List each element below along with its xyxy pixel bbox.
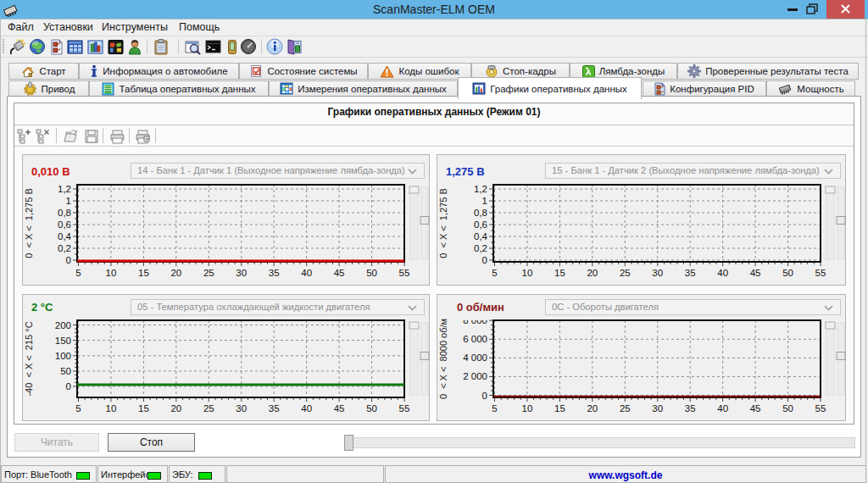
svg-text:0 < X < 1,275 В: 0 < X < 1,275 В: [438, 188, 448, 258]
svg-text:35: 35: [685, 403, 696, 414]
svg-text:50: 50: [782, 268, 793, 278]
svg-text:0,6: 0,6: [58, 219, 71, 230]
svg-text:6 000: 6 000: [463, 334, 487, 344]
svg-text:50: 50: [782, 403, 793, 414]
svg-text:55: 55: [815, 268, 826, 278]
svg-text:50: 50: [60, 366, 71, 376]
svg-text:0,2: 0,2: [58, 243, 71, 253]
svg-text:30: 30: [236, 268, 247, 278]
svg-text:10: 10: [522, 268, 533, 278]
svg-text:35: 35: [269, 268, 280, 278]
svg-text:200: 200: [55, 320, 71, 330]
svg-text:35: 35: [685, 268, 696, 278]
svg-text:35: 35: [269, 403, 280, 414]
svg-text:0 < X < 8000 об/м: 0 < X < 8000 об/м: [438, 319, 448, 399]
svg-text:1: 1: [482, 196, 487, 206]
svg-text:0,8: 0,8: [58, 208, 71, 218]
svg-text:2 000: 2 000: [463, 371, 487, 381]
svg-text:1,2: 1,2: [474, 184, 487, 194]
svg-text:40: 40: [301, 268, 312, 278]
svg-text:0,4: 0,4: [58, 231, 72, 242]
svg-text:0,6: 0,6: [474, 219, 487, 230]
svg-text:0,4: 0,4: [474, 231, 488, 242]
svg-text:0: 0: [482, 255, 487, 265]
svg-text:0: 0: [482, 391, 487, 401]
svg-text:25: 25: [203, 403, 214, 414]
svg-text:5: 5: [75, 268, 81, 278]
svg-text:10: 10: [106, 403, 117, 414]
svg-text:-40 < X < 215 °C: -40 < X < 215 °C: [24, 321, 34, 396]
svg-text:15: 15: [138, 268, 149, 278]
svg-text:25: 25: [620, 403, 631, 414]
svg-text:40: 40: [717, 268, 728, 278]
svg-text:30: 30: [236, 403, 247, 414]
svg-text:45: 45: [750, 268, 761, 278]
svg-text:55: 55: [399, 268, 410, 278]
svg-text:40: 40: [717, 403, 728, 414]
svg-text:45: 45: [750, 403, 761, 414]
svg-text:45: 45: [334, 403, 345, 414]
svg-text:0: 0: [66, 255, 71, 265]
svg-text:0 < X < 1,275 В: 0 < X < 1,275 В: [24, 188, 34, 258]
svg-text:50: 50: [366, 268, 377, 278]
svg-text:5: 5: [492, 403, 497, 414]
svg-text:20: 20: [170, 268, 181, 278]
svg-text:10: 10: [522, 403, 533, 414]
svg-text:30: 30: [652, 403, 663, 414]
svg-text:50: 50: [366, 403, 377, 414]
svg-text:0,2: 0,2: [474, 243, 487, 253]
svg-text:20: 20: [587, 403, 598, 414]
svg-text:55: 55: [399, 403, 410, 414]
svg-text:150: 150: [55, 336, 71, 346]
svg-text:0,8: 0,8: [474, 208, 487, 218]
svg-text:1,2: 1,2: [58, 184, 71, 194]
svg-text:4 000: 4 000: [463, 353, 487, 363]
svg-text:40: 40: [301, 403, 312, 414]
svg-text:0: 0: [66, 381, 71, 391]
svg-text:20: 20: [170, 403, 181, 414]
svg-text:20: 20: [587, 268, 598, 278]
svg-text:5: 5: [75, 403, 81, 414]
svg-text:30: 30: [652, 268, 663, 278]
svg-text:45: 45: [334, 268, 345, 278]
svg-text:25: 25: [620, 268, 631, 278]
svg-text:100: 100: [55, 351, 71, 361]
svg-text:10: 10: [106, 268, 117, 278]
svg-text:25: 25: [203, 268, 214, 278]
svg-text:8 000: 8 000: [463, 315, 487, 325]
svg-text:15: 15: [554, 403, 565, 414]
svg-text:5: 5: [492, 268, 497, 278]
svg-text:1: 1: [66, 196, 71, 206]
svg-text:15: 15: [554, 268, 565, 278]
svg-text:15: 15: [138, 403, 149, 414]
svg-text:55: 55: [815, 403, 826, 414]
